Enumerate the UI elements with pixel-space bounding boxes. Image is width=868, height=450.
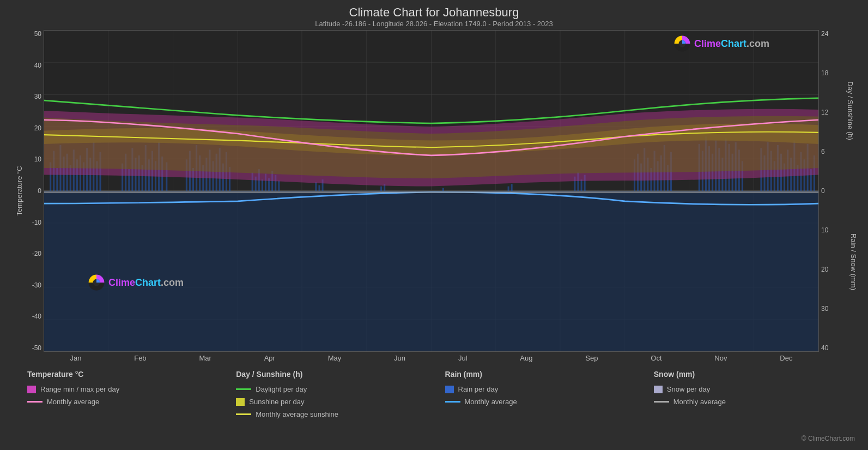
legend-item-rain-per-day: Rain per day: [445, 385, 643, 393]
chart-subtitle: Latitude -26.186 - Longitude 28.026 - El…: [11, 20, 857, 28]
y-axis-right: Day / Sunshine (h) Rain / Snow (mm) 2418…: [819, 30, 857, 352]
main-container: Climate Chart for Johannesburg Latitude …: [0, 0, 868, 450]
svg-rect-22: [44, 191, 818, 351]
legend-swatch-rain: [445, 386, 454, 393]
legend-swatch-sunshine-avg: [236, 413, 251, 415]
legend-label-temp-range: Range min / max per day: [40, 385, 119, 393]
x-label-jan: Jan: [70, 354, 81, 362]
x-label-jun: Jun: [394, 354, 405, 362]
chart-title: Climate Chart for Johannesburg: [11, 5, 857, 20]
watermark-top: ClimeChart.com: [673, 35, 769, 52]
legend-swatch-snow-avg: [654, 401, 669, 403]
y-axis-left: Temperature °C 50403020100-10-20-30-40-5…: [11, 30, 44, 352]
legend-item-temp-range: Range min / max per day: [27, 385, 225, 393]
logo-icon-top: [673, 35, 691, 52]
y-left-tick-30: 30: [34, 93, 41, 100]
title-area: Climate Chart for Johannesburg Latitude …: [11, 5, 857, 28]
x-label-feb: Feb: [134, 354, 146, 362]
y-left-tick-20: 20: [34, 124, 41, 132]
y-right-tick-1: 18: [821, 69, 828, 77]
chart-svg: [44, 31, 818, 351]
x-label-dec: Dec: [780, 354, 792, 362]
x-label-apr: Apr: [264, 354, 275, 362]
legend-swatch-daylight: [236, 388, 251, 390]
legend-col-snow: Snow (mm) Snow per day Monthly average: [648, 370, 857, 418]
legend-item-snow-avg: Monthly average: [654, 398, 852, 406]
y-left-tick-50: 50: [34, 30, 41, 38]
y-right-tick-4: 0: [821, 187, 825, 195]
y-left-tick-40: 40: [34, 62, 41, 69]
y-right-tick-7: 30: [821, 305, 828, 313]
legend-title-snow: Snow (mm): [654, 370, 852, 379]
y-right-tick-6: 20: [821, 266, 828, 273]
legend-swatch-rain-avg: [445, 401, 460, 403]
svg-rect-75: [278, 181, 280, 191]
legend-swatch-temp-avg: [27, 401, 43, 403]
x-label-sep: Sep: [585, 354, 598, 362]
legend-swatch-snow: [654, 386, 663, 393]
legend-title-sunshine: Day / Sunshine (h): [236, 370, 434, 379]
y-left-tick-10: 10: [34, 155, 41, 163]
svg-rect-83: [511, 184, 513, 191]
svg-rect-76: [315, 182, 317, 191]
y-left-tick--20: -20: [32, 250, 41, 257]
legend-title-temperature: Temperature °C: [27, 370, 225, 379]
x-label-oct: Oct: [651, 354, 661, 362]
legend-item-daylight: Daylight per day: [236, 385, 434, 393]
legend-label-temp-avg: Monthly average: [47, 398, 99, 406]
y-right-tick-3: 6: [821, 148, 825, 155]
x-label-nov: Nov: [714, 354, 727, 362]
svg-rect-81: [442, 188, 444, 191]
copyright: © ClimeChart.com: [802, 435, 855, 442]
legend-item-rain-avg: Monthly average: [445, 398, 643, 406]
right-tick-container: 2418126010203040: [821, 30, 854, 352]
y-right-tick-2: 12: [821, 109, 828, 116]
y-right-tick-0: 24: [821, 30, 828, 38]
legend-swatch-temp-range: [27, 386, 36, 393]
svg-rect-86: [581, 179, 582, 191]
logo-icon-bottom: [88, 274, 105, 291]
svg-rect-77: [318, 185, 320, 191]
legend-label-snow: Snow per day: [667, 385, 711, 393]
legend-label-rain-avg: Monthly average: [465, 398, 517, 406]
chart-plot: ClimeChart.com ClimeChart.com: [44, 30, 819, 352]
legend-item-temp-avg: Monthly average: [27, 398, 225, 406]
svg-rect-82: [508, 187, 509, 191]
legend-item-sunshine-per-day: Sunshine per day: [236, 398, 434, 406]
y-right-tick-5: 10: [821, 226, 828, 234]
x-label-may: May: [328, 354, 342, 362]
x-label-aug: Aug: [520, 354, 532, 362]
legend-col-sunshine: Day / Sunshine (h) Daylight per day Suns…: [230, 370, 439, 418]
y-left-tick--40: -40: [32, 313, 41, 320]
legend-col-rain: Rain (mm) Rain per day Monthly average: [440, 370, 648, 418]
legend-label-snow-avg: Monthly average: [673, 398, 726, 406]
chart-area: Temperature °C 50403020100-10-20-30-40-5…: [11, 30, 857, 352]
watermark-text-bottom: ClimeChart.com: [108, 277, 184, 289]
legend-area: Temperature °C Range min / max per day M…: [22, 370, 857, 418]
legend-item-sunshine-avg: Monthly average sunshine: [236, 410, 434, 418]
y-left-tick--10: -10: [32, 219, 41, 226]
y-left-tick-0: 0: [38, 187, 41, 195]
legend-label-daylight: Daylight per day: [256, 385, 307, 393]
legend-label-rain: Rain per day: [458, 385, 499, 393]
svg-rect-70: [262, 179, 263, 191]
legend-item-snow-per-day: Snow per day: [654, 385, 852, 393]
y-left-tick--50: -50: [32, 344, 41, 352]
y-right-tick-8: 40: [821, 344, 828, 352]
x-label-mar: Mar: [199, 354, 211, 362]
x-axis-area: JanFebMarAprMayJunJulAugSepOctNovDec: [44, 352, 819, 362]
left-tick-container: 50403020100-10-20-30-40-50: [14, 30, 41, 352]
x-label-jul: Jul: [458, 354, 468, 362]
legend-title-rain: Rain (mm): [445, 370, 643, 379]
svg-rect-79: [380, 187, 382, 191]
legend-label-sunshine-avg: Monthly average sunshine: [256, 410, 338, 418]
watermark-bottom: ClimeChart.com: [88, 274, 184, 291]
legend-col-temperature: Temperature °C Range min / max per day M…: [22, 370, 230, 418]
legend-label-sunshine: Sunshine per day: [249, 398, 304, 406]
watermark-text-top: ClimeChart.com: [694, 38, 769, 50]
legend-swatch-sunshine: [236, 398, 245, 406]
y-left-tick--30: -30: [32, 281, 41, 289]
